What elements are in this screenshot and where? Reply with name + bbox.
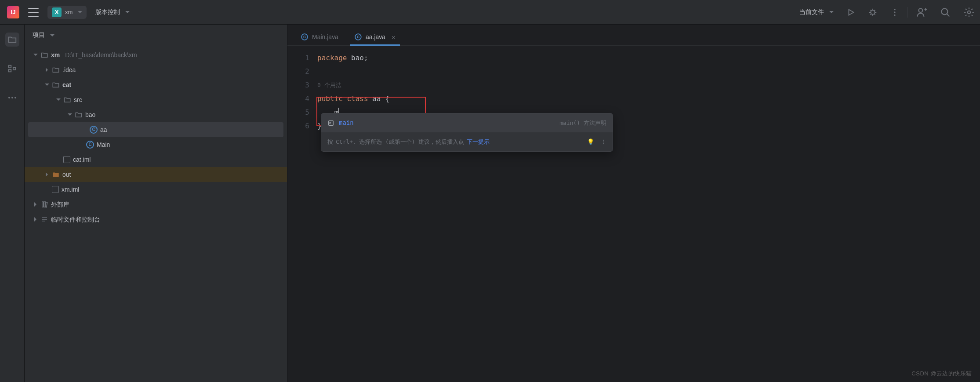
svg-point-1 [894,8,895,10]
main-area: 项目 xm D:\IT_base\demo\back\xm .ideacatsr… [0,25,980,382]
left-tool-rail [0,25,25,382]
folder-icon [52,81,60,89]
tree-label: Main [97,141,110,149]
tab-label: Main.java [312,33,338,40]
editor-area: CMain.javaCaa.java× 123456 package bao; … [287,25,980,382]
chevron-down-icon [829,11,834,13]
tree-item-xm.iml[interactable]: xm.iml [25,182,287,197]
hint-key: Ctrl+. [336,135,356,149]
tree-label: 外部库 [51,201,69,208]
watermark: CSDN @云边的快乐猫 [911,370,972,378]
expand-arrow-icon[interactable] [44,67,49,73]
tree-root-name: xm [51,51,60,59]
tree-label: cat.iml [73,156,91,164]
svg-rect-9 [13,67,15,70]
completion-item[interactable]: main main() 方法声明 [321,113,613,132]
gear-icon[interactable] [963,7,975,18]
tree-external-libs[interactable]: 外部库 [25,197,287,212]
project-panel-header[interactable]: 项目 [25,25,287,46]
chevron-down-icon [125,11,130,13]
toolbar-divider [907,7,908,18]
project-name: xm [65,9,73,15]
next-tip-link[interactable]: 下一提示 [467,135,490,149]
hint-text: 按 [327,135,333,149]
tree-item-cat.iml[interactable]: cat.iml [25,152,287,167]
keyword: package [317,54,351,62]
tab-Main.java[interactable]: CMain.java [293,29,346,45]
chevron-down-icon [78,11,82,13]
bulb-icon[interactable]: 💡 [587,135,594,149]
vcs-menu[interactable]: 版本控制 [95,8,130,16]
code-body[interactable]: package bao; 0 个用法 public class aa { m }… [317,46,980,382]
svg-point-11 [603,139,604,140]
expand-arrow-icon[interactable] [33,217,38,222]
scratches-icon [40,215,48,223]
completion-meta: main() 方法声明 [559,116,606,130]
tree-item-Main[interactable]: CMain [25,137,287,152]
expand-arrow-icon[interactable] [33,202,38,207]
expand-arrow-icon[interactable] [55,97,61,102]
run-config-selector[interactable]: 当前文件 [799,8,834,16]
tree-label: cat [62,81,71,89]
more-tools-button[interactable] [5,91,19,105]
chevron-down-icon [50,34,54,36]
main-menu-icon[interactable] [28,8,39,17]
tree-label: xm.iml [62,186,79,193]
code-text: aa { [372,95,389,103]
panel-title: 项目 [33,31,45,39]
tree-item-.idea[interactable]: .idea [25,62,287,77]
expand-arrow-icon[interactable] [33,52,38,58]
search-icon[interactable] [940,7,951,18]
tree-label: aa [100,126,107,134]
class-icon: C [86,141,94,149]
tree-item-bao[interactable]: bao [25,107,287,122]
tree-item-cat[interactable]: cat [25,77,287,92]
gutter: 123456 [287,46,317,382]
tab-aa.java[interactable]: Caa.java× [346,29,403,45]
svg-rect-8 [8,69,11,72]
project-selector[interactable]: X xm [47,6,87,19]
more-icon[interactable] [890,7,900,17]
tree-item-out[interactable]: out [25,167,287,182]
tree-root[interactable]: xm D:\IT_base\demo\back\xm [25,47,287,62]
class-icon: C [301,33,308,40]
code-area[interactable]: 123456 package bao; 0 个用法 public class a… [287,46,980,382]
project-tree: xm D:\IT_base\demo\back\xm .ideacatsrcba… [25,46,287,229]
folder-icon [63,96,71,104]
usages-inlay[interactable]: 0 个用法 [317,78,980,92]
tree-item-aa[interactable]: Caa [28,122,283,137]
vcs-label: 版本控制 [95,8,120,16]
class-icon: C [90,126,98,134]
keyword: class [347,95,372,103]
tree-root-path: D:\IT_base\demo\back\xm [65,51,137,59]
add-user-icon[interactable] [916,7,927,18]
dots-icon [8,97,16,98]
folder-icon [40,51,48,59]
tree-label: src [74,96,82,104]
completion-popup: main main() 方法声明 按 Ctrl+. 选择所选 (或第一个) 建议… [321,113,613,152]
file-icon [63,156,70,163]
expand-arrow-icon[interactable] [67,112,72,117]
completion-hint: 按 Ctrl+. 选择所选 (或第一个) 建议，然后插入点 下一提示 💡 [321,132,613,151]
close-icon[interactable]: × [392,33,396,41]
expand-arrow-icon[interactable] [44,82,49,87]
svg-point-13 [603,143,604,144]
libs-icon [40,200,48,208]
hint-text: 选择所选 (或第一个) 建议，然后插入点 [359,135,464,149]
completion-label: main [339,116,354,130]
run-icon[interactable] [846,7,856,17]
more-icon[interactable] [600,139,606,145]
tree-scratches[interactable]: 临时文件和控制台 [25,212,287,227]
file-icon [52,186,59,193]
svg-rect-7 [8,65,11,68]
tree-item-src[interactable]: src [25,92,287,107]
expand-arrow-icon[interactable] [44,172,49,177]
class-icon: C [355,33,361,40]
project-tool-button[interactable] [5,33,19,47]
code-text: bao; [351,54,368,62]
tree-label: bao [85,111,95,119]
tree-label: 临时文件和控制台 [51,216,100,223]
project-panel: 项目 xm D:\IT_base\demo\back\xm .ideacatsr… [25,25,287,382]
structure-tool-button[interactable] [5,62,19,76]
debug-icon[interactable] [868,7,878,17]
